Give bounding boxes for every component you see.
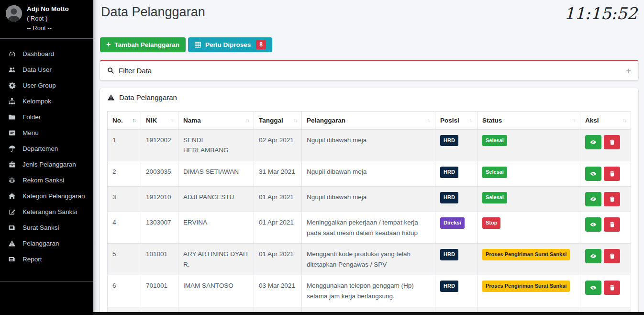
view-button[interactable] xyxy=(585,249,601,263)
cell-no: 1 xyxy=(108,129,141,161)
eye-icon xyxy=(589,221,597,228)
cell-aksi xyxy=(580,129,631,161)
search-icon xyxy=(107,67,114,74)
collapse-plus-icon[interactable]: + xyxy=(626,67,631,75)
view-button[interactable] xyxy=(585,217,601,232)
sidebar: Adji No Motto ( Root ) -- Root -- Dashbo… xyxy=(0,0,93,315)
cell-no: 3 xyxy=(108,186,141,212)
table-row: 41303007ERVINA01 Apr 2021Meninggalkan pe… xyxy=(108,212,631,243)
table-grid-icon xyxy=(194,41,201,48)
delete-button[interactable] xyxy=(604,249,620,263)
cell-nama: ERVINA xyxy=(178,212,254,243)
folder-icon xyxy=(8,113,16,121)
add-pelanggaran-button[interactable]: + Tambah Pelanggaran xyxy=(100,37,186,52)
warning-icon xyxy=(107,94,115,101)
cell-aksi xyxy=(580,186,631,212)
column-header-posisi[interactable]: Posisi↑↓ xyxy=(435,111,477,129)
filter-card-header[interactable]: Filter Data + xyxy=(100,61,638,80)
cell-nik: 1912002 xyxy=(141,129,178,161)
cell-nama: IMAM SANTOSO xyxy=(178,275,254,307)
trash-icon xyxy=(609,139,615,146)
gear-icon xyxy=(8,82,16,89)
list-alt-icon xyxy=(8,129,16,136)
sidebar-item-label: Pelanggaran xyxy=(22,240,59,247)
sidebar-item-label: Kelompok xyxy=(22,98,51,105)
main-content: Data Pelanggaran 11:15:52 + Tambah Pelan… xyxy=(93,0,644,315)
delete-button[interactable] xyxy=(604,217,620,232)
cell-pelanggaran: Meninggalkan pekerjaan / tempat kerja pa… xyxy=(302,212,435,243)
cell-nama: SENDI HERLAMBANG xyxy=(178,129,254,161)
briefcase-icon xyxy=(8,161,16,168)
page-title: Data Pelanggaran xyxy=(101,5,205,20)
delete-button[interactable] xyxy=(604,281,620,295)
eye-icon xyxy=(589,196,597,202)
sidebar-item-kategori-pelanggaran[interactable]: Kategori Pelanggaran xyxy=(0,188,93,204)
balance-scale-icon xyxy=(8,177,16,184)
column-header-status[interactable]: Status↑↓ xyxy=(477,111,580,129)
bottom-bar xyxy=(93,312,644,315)
delete-button[interactable] xyxy=(604,135,620,149)
home-icon xyxy=(8,192,16,200)
delete-button[interactable] xyxy=(604,192,620,206)
sidebar-item-kelompok[interactable]: Kelompok xyxy=(0,93,93,109)
sidebar-item-label: Data User xyxy=(22,66,52,73)
posisi-badge: HRD xyxy=(440,249,458,260)
sidebar-item-user-group[interactable]: User Group xyxy=(0,78,93,93)
cell-nama: ADJI PANGESTU xyxy=(178,186,254,212)
view-button[interactable] xyxy=(585,135,601,149)
column-label: Pelanggaran xyxy=(307,117,345,124)
perlu-diproses-button[interactable]: Perlu Diproses 8 xyxy=(188,37,272,52)
sidebar-item-surat-sanksi[interactable]: Surat Sanksi xyxy=(0,220,93,236)
column-header-pelanggaran[interactable]: Pelanggaran↑↓ xyxy=(302,111,435,129)
trash-icon xyxy=(609,221,615,228)
column-header-tanggal[interactable]: Tanggal↑↓ xyxy=(254,111,302,129)
column-label: Tanggal xyxy=(259,117,283,124)
posisi-badge: HRD xyxy=(440,167,458,178)
cell-tanggal: 01 Apr 2021 xyxy=(254,186,302,212)
status-badge: Selesai xyxy=(482,192,507,203)
delete-button[interactable] xyxy=(604,167,620,181)
view-button[interactable] xyxy=(585,281,601,295)
sidebar-item-keterangan-sanksi[interactable]: Keterangan Sanksi xyxy=(0,204,93,220)
posisi-badge: Direksi xyxy=(440,217,465,229)
cell-nama: ARY ARTINING DYAH R. xyxy=(178,244,254,275)
sidebar-item-data-user[interactable]: Data User xyxy=(0,62,93,78)
sidebar-item-dashboard[interactable]: Dashboard xyxy=(0,46,93,62)
tachometer-icon xyxy=(8,50,16,57)
sidebar-item-folder[interactable]: Folder xyxy=(0,109,93,125)
data-pelanggaran-card: Data Pelanggaran No.↑↓NIK↑↓Nama↑↓Tanggal… xyxy=(100,88,638,315)
trash-icon xyxy=(609,196,615,202)
user-name[interactable]: Adji No Motto xyxy=(27,4,69,14)
column-header-aksi[interactable]: Aksi↑↓ xyxy=(580,111,631,129)
cell-nama: DIMAS SETIAWAN xyxy=(178,161,254,186)
eye-icon xyxy=(589,170,597,177)
column-header-nama[interactable]: Nama↑↓ xyxy=(178,111,254,129)
cell-pelanggaran: Ngupil dibawah meja xyxy=(302,129,435,161)
view-button[interactable] xyxy=(585,167,601,181)
sidebar-item-label: Menu xyxy=(22,129,39,136)
column-header-no[interactable]: No.↑↓ xyxy=(108,111,141,129)
table-card-title: Data Pelanggaran xyxy=(119,93,177,101)
sidebar-item-pelanggaran[interactable]: Pelanggaran xyxy=(0,236,93,251)
column-label: Nama xyxy=(183,117,201,124)
table-row: 31912010ADJI PANGESTU01 Apr 2021Ngupil d… xyxy=(108,186,631,212)
sidebar-item-jenis-pelanggaran[interactable]: Jenis Pelanggaran xyxy=(0,157,93,172)
sidebar-item-report[interactable]: Report xyxy=(0,251,93,267)
view-button[interactable] xyxy=(585,192,601,206)
cell-aksi xyxy=(580,244,631,275)
cell-tanggal: 31 Mar 2021 xyxy=(254,161,302,186)
sort-icons: ↑↓ xyxy=(572,117,575,123)
sidebar-item-label: Folder xyxy=(22,113,41,121)
column-label: NIK xyxy=(146,117,157,124)
cell-no: 6 xyxy=(108,275,141,307)
sidebar-item-departemen[interactable]: Departemen xyxy=(0,141,93,157)
user-role: ( Root ) xyxy=(27,14,69,23)
sort-icons: ↑↓ xyxy=(293,117,297,123)
sidebar-item-rekom-sanksi[interactable]: Rekom Sanksi xyxy=(0,172,93,188)
column-header-nik[interactable]: NIK↑↓ xyxy=(141,111,178,129)
eye-icon xyxy=(589,253,597,259)
status-badge: Proses Pengiriman Surat Sanksi xyxy=(482,249,570,260)
cell-pelanggaran: Ngupil dibawah meja xyxy=(302,161,435,186)
user-group: -- Root -- xyxy=(27,23,69,33)
sidebar-item-menu[interactable]: Menu xyxy=(0,125,93,141)
